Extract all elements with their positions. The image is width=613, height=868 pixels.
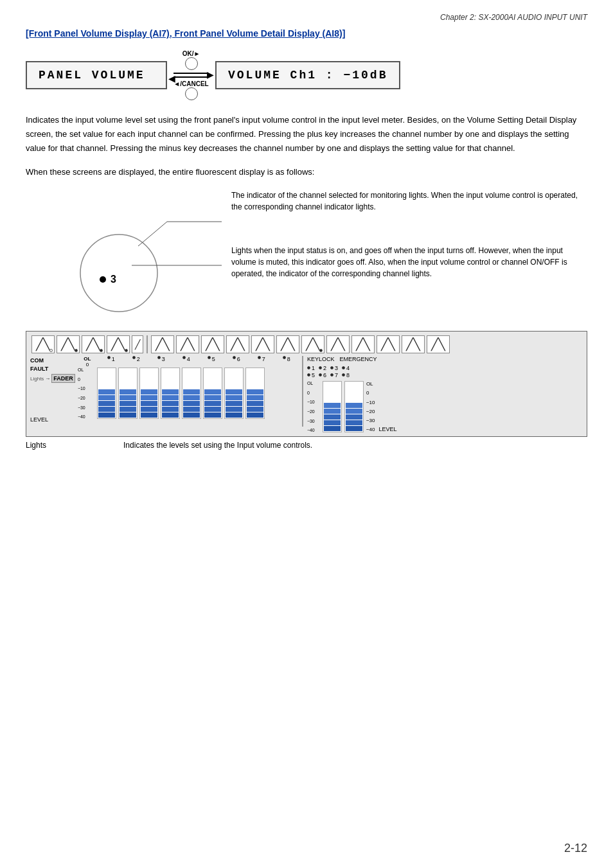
lcd-panel-1: PANEL VOLUME xyxy=(26,61,167,89)
svg-line-3 xyxy=(138,222,167,246)
lcd-panel-2: VOLUME Ch1 : −10dB xyxy=(215,61,400,89)
vu-icon-11: ╱╲ xyxy=(276,335,299,353)
vu-icon-17: ╱╲ xyxy=(427,335,450,353)
vu-icon-4: ╱╲ xyxy=(107,335,130,353)
channels-1-8: OL 0 1 xyxy=(78,356,298,419)
emergency-label: EMERGENCY xyxy=(339,356,377,362)
vu-icons-row: ╱╲ ╱╲ ╱╲ ╱╲ ╱ ╱╲ ╱╲ ╱╲ ╱╲ ╱╲ ╱╲ ╱╲ xyxy=(30,335,583,353)
section-title: [Front Panel Volume Display (AI7), Front… xyxy=(26,28,587,39)
indicates-legend: Indicates the levels set using the Input… xyxy=(123,441,312,450)
right-channel-dots: 1 5 2 6 3 7 4 8 xyxy=(307,365,397,378)
arrow-right-label: → xyxy=(45,376,50,382)
vu-icon-16: ╱╲ xyxy=(402,335,425,353)
vu-icon-7: ╱╲ xyxy=(176,335,199,353)
vu-icon-6: ╱╲ xyxy=(151,335,174,353)
channel-dots-row: 1 2 xyxy=(100,356,298,364)
level-right-label: LEVEL xyxy=(378,426,396,432)
vu-icon-12: ╱╲ xyxy=(301,335,324,353)
keylock-label: KEYLOCK xyxy=(307,356,335,362)
panel-content-row: COM FAULT Lights → FADER LEVEL OL 0 xyxy=(30,356,583,432)
level-left-label: LEVEL xyxy=(30,416,75,423)
vu-icon-5: ╱ xyxy=(132,335,143,353)
vu-icon-9: ╱╲ xyxy=(226,335,249,353)
cancel-label: ◄/CANCEL xyxy=(173,80,208,87)
lights-side-label: Lights xyxy=(30,376,44,382)
description-paragraph: Indicates the input volume level set usi… xyxy=(26,113,587,155)
right-level-meters: OL 0 −10 −20 −30 −40 xyxy=(307,381,397,432)
svg-point-0 xyxy=(80,235,157,312)
level-bars-row: OL 0 −10 −20 −30 −40 xyxy=(78,368,298,419)
vu-icon-3: ╱╲ xyxy=(82,335,105,353)
bar-meters-group xyxy=(97,368,265,419)
fader-label: FADER xyxy=(51,374,75,383)
vu-icon-10: ╱╲ xyxy=(251,335,274,353)
com-label: COM xyxy=(30,357,75,364)
lights-legend: Lights xyxy=(26,441,46,450)
cancel-button-circle xyxy=(185,87,198,100)
vu-icon-1: ╱╲ xyxy=(31,335,55,353)
svg-point-1 xyxy=(100,276,106,283)
display-diagram: PANEL VOLUME OK/► ▶ ◀ ◄/CANCEL VOLUME Ch… xyxy=(26,50,587,100)
ol-marker-left: OL xyxy=(84,356,91,362)
ok-label: OK/► xyxy=(182,50,200,57)
bottom-legend: Lights Indicates the levels set using th… xyxy=(26,441,587,450)
fluorescent-intro: When these screens are displayed, the en… xyxy=(26,167,587,177)
chapter-reference: Chapter 2: SX-2000AI AUDIO INPUT UNIT xyxy=(26,13,587,22)
navigation-arrows: OK/► ▶ ◀ ◄/CANCEL xyxy=(173,50,209,100)
callout-svg: 3 xyxy=(26,190,225,331)
fluorescent-panel: ╱╲ ╱╲ ╱╲ ╱╲ ╱ ╱╲ ╱╲ ╱╲ ╱╲ ╱╲ ╱╲ ╱╲ xyxy=(26,331,587,437)
page-number: 2-12 xyxy=(564,842,587,855)
vu-icon-15: ╱╲ xyxy=(377,335,400,353)
vu-icon-2: ╱╲ xyxy=(57,335,80,353)
callout-text-2: Lights when the input status is on, and … xyxy=(231,245,587,279)
fault-label: FAULT xyxy=(30,366,75,372)
vu-icon-14: ╱╲ xyxy=(351,335,375,353)
left-panel-labels: COM FAULT Lights → FADER LEVEL xyxy=(30,356,75,423)
vu-icon-13: ╱╲ xyxy=(326,335,350,353)
vu-icon-8: ╱╲ xyxy=(201,335,224,353)
right-panel-section: KEYLOCK EMERGENCY 1 5 2 6 3 7 xyxy=(307,356,397,432)
callout-text-1: The indicator of the channel selected fo… xyxy=(231,190,587,213)
svg-text:3: 3 xyxy=(111,274,116,285)
ok-button-circle xyxy=(185,57,198,70)
